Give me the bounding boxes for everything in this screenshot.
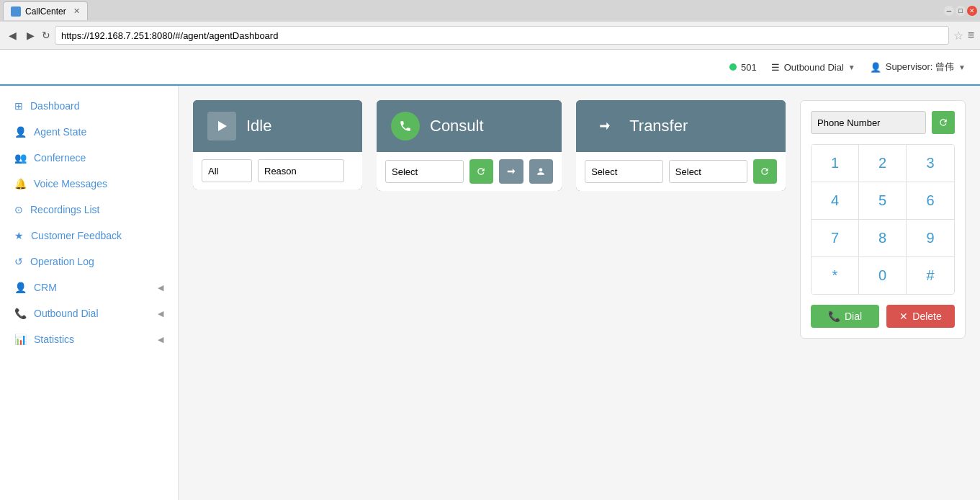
cards-row: Idle All Reason Consult: [193, 100, 966, 339]
sidebar-item-voice-messages[interactable]: 🔔 Voice Messages: [0, 171, 178, 197]
browser-tab[interactable]: CallCenter ✕: [3, 1, 88, 20]
sidebar-item-operation-log[interactable]: ↺ Operation Log: [0, 249, 178, 274]
dial-key-2[interactable]: 2: [859, 145, 907, 182]
outbound-dial-sidebar-icon: 📞: [14, 308, 27, 319]
idle-play-icon: [207, 112, 236, 140]
dial-key-8[interactable]: 8: [859, 220, 907, 257]
idle-card-body: All Reason: [193, 152, 362, 189]
supervisor-label: Supervisor: 曾伟: [886, 61, 954, 73]
dial-key-hash[interactable]: #: [907, 257, 954, 294]
sidebar-item-statistics[interactable]: 📊 Statistics ◀: [0, 326, 178, 352]
consult-card-title: Consult: [430, 117, 484, 135]
dialpad-card: Phone Number 1 2 3 4 5 6 7 8 9 *: [800, 100, 966, 339]
transfer-arrow-icon: [590, 112, 619, 140]
dial-key-0[interactable]: 0: [859, 257, 907, 294]
supervisor-icon: 👤: [870, 62, 881, 73]
transfer-card: Transfer Select Select: [576, 100, 786, 191]
sidebar-item-customer-feedback[interactable]: ★ Customer Feedback: [0, 223, 178, 249]
sidebar-item-label: Operation Log: [30, 256, 163, 267]
minimize-button[interactable]: ─: [944, 6, 954, 16]
outbound-dial-arrow: ◀: [158, 309, 163, 318]
sidebar-item-label: Voice Messages: [34, 178, 163, 189]
sidebar-item-label: Customer Feedback: [31, 230, 163, 241]
consult-person-button[interactable]: [529, 159, 554, 184]
close-button[interactable]: ✕: [967, 6, 977, 16]
transfer-refresh-button[interactable]: [753, 159, 778, 184]
outbound-dial-icon: ☰: [771, 62, 780, 73]
dialpad-actions: 📞 Dial ✕ Delete: [811, 305, 955, 328]
sidebar-item-agent-state[interactable]: 👤 Agent State: [0, 119, 178, 145]
dial-key-star[interactable]: *: [812, 257, 859, 294]
consult-phone-icon: [391, 112, 420, 140]
supervisor-menu[interactable]: 👤 Supervisor: 曾伟 ▼: [870, 61, 966, 73]
phone-number-select[interactable]: Phone Number: [811, 111, 926, 134]
consult-transfer-button[interactable]: [499, 159, 523, 184]
sidebar-item-conference[interactable]: 👥 Confernece: [0, 145, 178, 171]
sidebar-item-crm[interactable]: 👤 CRM ◀: [0, 274, 178, 300]
consult-card: Consult Select: [377, 100, 562, 191]
sidebar-item-recordings-list[interactable]: ⊙ Recordings List: [0, 197, 178, 223]
menu-button[interactable]: ≡: [968, 29, 974, 42]
idle-card: Idle All Reason: [193, 100, 362, 189]
dialpad-refresh-button[interactable]: [932, 111, 955, 134]
consult-card-body: Select: [377, 152, 562, 191]
dial-key-3[interactable]: 3: [907, 145, 954, 182]
consult-refresh-button[interactable]: [469, 159, 494, 184]
main-content: Idle All Reason Consult: [179, 86, 980, 500]
top-bar: 501 ☰ Outbound Dial ▼ 👤 Supervisor: 曾伟 ▼: [0, 50, 980, 86]
dial-button[interactable]: 📞 Dial: [811, 305, 879, 328]
bookmark-button[interactable]: ☆: [953, 29, 963, 43]
sidebar-item-label: Outbound Dial: [34, 308, 150, 319]
dial-key-7[interactable]: 7: [812, 220, 859, 257]
transfer-select1-dropdown[interactable]: Select: [585, 160, 663, 183]
transfer-card-header: Transfer: [576, 100, 786, 152]
reload-button[interactable]: ↻: [42, 30, 50, 41]
transfer-card-title: Transfer: [629, 117, 688, 135]
app-layout: ⊞ Dashboard 👤 Agent State 👥 Confernece 🔔…: [0, 86, 980, 500]
statistics-arrow: ◀: [158, 335, 163, 344]
dial-key-9[interactable]: 9: [907, 220, 954, 257]
idle-card-header: Idle: [193, 100, 362, 152]
dialpad-grid: 1 2 3 4 5 6 7 8 9 * 0 #: [811, 144, 955, 295]
dial-button-label: Dial: [845, 311, 862, 322]
sidebar-item-label: Agent State: [34, 126, 163, 138]
dashboard-icon: ⊞: [14, 100, 23, 112]
browser-chrome: CallCenter ✕ ─ □ ✕ ◀ ▶ ↻ ☆ ≡: [0, 0, 980, 50]
outbound-dial-label: Outbound Dial: [784, 62, 844, 73]
sidebar-item-label: Recordings List: [30, 204, 163, 215]
dial-key-6[interactable]: 6: [907, 182, 954, 220]
tab-close-button[interactable]: ✕: [73, 6, 80, 16]
url-input[interactable]: [55, 26, 949, 45]
delete-button[interactable]: ✕ Delete: [886, 305, 955, 328]
agent-status: 501: [729, 62, 757, 73]
voice-messages-icon: 🔔: [14, 178, 27, 189]
status-dot: [729, 63, 737, 71]
idle-reason-dropdown[interactable]: Reason: [258, 159, 344, 182]
idle-all-dropdown[interactable]: All: [202, 159, 252, 182]
forward-button[interactable]: ▶: [24, 28, 37, 43]
delete-x-icon: ✕: [899, 311, 908, 322]
transfer-card-body: Select Select: [576, 152, 786, 191]
sidebar-item-dashboard[interactable]: ⊞ Dashboard: [0, 93, 178, 119]
supervisor-arrow: ▼: [958, 63, 966, 71]
agent-number: 501: [741, 62, 757, 73]
operation-log-icon: ↺: [14, 256, 23, 267]
conference-icon: 👥: [14, 152, 27, 164]
dial-phone-icon: 📞: [828, 311, 840, 322]
svg-marker-0: [218, 121, 227, 131]
dial-key-5[interactable]: 5: [859, 182, 907, 220]
dial-key-1[interactable]: 1: [812, 145, 859, 182]
consult-select-dropdown[interactable]: Select: [385, 160, 464, 183]
agent-state-icon: 👤: [14, 126, 27, 138]
sidebar-item-outbound-dial[interactable]: 📞 Outbound Dial ◀: [0, 300, 178, 326]
tab-bar: CallCenter ✕ ─ □ ✕: [0, 0, 980, 22]
transfer-select2-dropdown[interactable]: Select: [669, 160, 747, 183]
sidebar-item-label: CRM: [34, 282, 150, 293]
dial-key-4[interactable]: 4: [812, 182, 859, 220]
maximize-button[interactable]: □: [956, 6, 966, 16]
outbound-dial-menu[interactable]: ☰ Outbound Dial ▼: [771, 62, 855, 73]
back-button[interactable]: ◀: [6, 28, 19, 43]
statistics-icon: 📊: [14, 334, 27, 345]
delete-button-label: Delete: [912, 311, 941, 322]
sidebar-item-label: Statistics: [34, 334, 150, 345]
